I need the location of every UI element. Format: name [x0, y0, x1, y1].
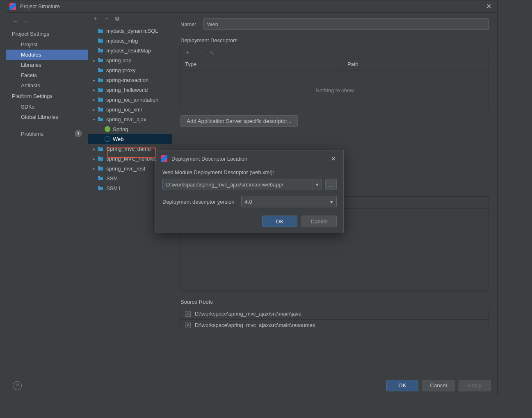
- folder-icon: [97, 166, 104, 171]
- problems-label: Problems: [21, 131, 43, 137]
- sidebar-item-libraries[interactable]: Libraries: [6, 60, 88, 70]
- dropdown-icon[interactable]: ▾: [313, 179, 322, 190]
- chevron-down-icon: ▾: [330, 199, 333, 205]
- browse-button[interactable]: …: [325, 179, 337, 190]
- tree-item-label: Spring_mvc_demo: [106, 146, 151, 152]
- version-select[interactable]: 4.0 ▾: [241, 196, 337, 207]
- checkbox-icon[interactable]: ✓: [185, 323, 191, 328]
- path-input[interactable]: [163, 179, 313, 190]
- tree-item[interactable]: ▸spring_ioc_xml: [88, 104, 172, 114]
- add-descriptor-button[interactable]: Add Application Server specific descript…: [180, 115, 298, 127]
- sidebar-item-facets[interactable]: Facets: [6, 70, 88, 80]
- tree-item[interactable]: mybatis_mbg: [88, 36, 172, 45]
- tree-item[interactable]: ▾spring_mvc_ajax: [88, 114, 172, 124]
- tree-item[interactable]: Web: [88, 134, 172, 144]
- source-roots-title: Source Roots: [180, 299, 489, 305]
- tree-item-label: spring_MVC_helloworld: [106, 156, 162, 162]
- help-icon[interactable]: ?: [13, 381, 22, 390]
- tree-item-label: SSM: [106, 175, 118, 182]
- tree-item[interactable]: ▸spring-aop: [88, 55, 172, 65]
- tree-item[interactable]: ▸spring-transaction: [88, 75, 172, 85]
- modal-body: Web Module Deployment Descriptor (web.xm…: [156, 167, 343, 233]
- col-type[interactable]: Type: [181, 59, 343, 70]
- folder-icon: [97, 97, 104, 102]
- folder-icon: [97, 38, 104, 43]
- tree-item-label: mybatis_resultMap: [106, 48, 151, 54]
- tree-item[interactable]: ▸spring_ioc_annotation: [88, 95, 172, 104]
- chevron-icon[interactable]: ▸: [91, 147, 97, 151]
- close-icon[interactable]: ✕: [484, 2, 494, 11]
- modal-footer: OK Cancel: [162, 216, 337, 227]
- source-root-item[interactable]: ✓ D:\workspace\spring_mvc_ajax\src\main\…: [180, 308, 489, 320]
- chevron-icon[interactable]: ▸: [91, 58, 97, 63]
- sidebar-item-project[interactable]: Project: [6, 39, 88, 50]
- sidebar-item-global-libraries[interactable]: Global Libraries: [6, 112, 88, 122]
- intellij-icon: [9, 3, 16, 10]
- tree-item-label: spring-transaction: [106, 77, 148, 83]
- tree-item[interactable]: Spring: [88, 124, 172, 134]
- col-path[interactable]: Path: [343, 59, 489, 70]
- name-row: Name:: [180, 18, 489, 30]
- path-combobox[interactable]: ▾: [162, 179, 322, 190]
- tree-item[interactable]: ▸spring_helloworld: [88, 85, 172, 95]
- copy-icon[interactable]: ⧉: [115, 15, 119, 22]
- sidebar-item-artifacts[interactable]: Artifacts: [6, 80, 88, 91]
- name-input[interactable]: [203, 18, 489, 30]
- path-row: ▾ …: [162, 179, 337, 190]
- source-root-item[interactable]: ✓ D:\workspace\spring_mvc_ajax\src\main\…: [180, 320, 489, 331]
- dd-empty: Nothing to show: [181, 70, 489, 110]
- tree-item-label: mybatis_dynamicSQL: [106, 28, 158, 34]
- dd-edit-icon[interactable]: ✎: [210, 50, 215, 56]
- cancel-button[interactable]: Cancel: [422, 380, 454, 391]
- sidebar-item-sdks[interactable]: SDKs: [6, 102, 88, 112]
- tree-item[interactable]: mybatis_resultMap: [88, 45, 172, 55]
- deployment-descriptors-title: Deployment Descriptors: [180, 37, 489, 43]
- dd-toolbar: ＋ － ✎: [180, 47, 489, 59]
- webxml-label: Web Module Deployment Descriptor (web.xm…: [162, 169, 337, 175]
- modal-close-icon[interactable]: ✕: [328, 154, 338, 164]
- sidebar-item-modules[interactable]: Modules: [6, 50, 88, 60]
- remove-icon[interactable]: －: [104, 15, 110, 23]
- source-roots-section: Source Roots ✓ D:\workspace\spring_mvc_a…: [180, 299, 489, 331]
- apply-button[interactable]: Apply: [459, 380, 491, 391]
- version-label: Deployment descriptor version: [162, 199, 235, 205]
- modal-title: Deployment Descriptor Location: [171, 156, 328, 162]
- add-icon[interactable]: ＋: [92, 15, 98, 23]
- folder-icon: [97, 28, 104, 34]
- tree-item-label: spring-aop: [106, 57, 131, 64]
- folder-icon: [97, 185, 104, 191]
- nav-arrows: ← →: [6, 14, 88, 28]
- tree-item-label: spring-proxy: [106, 67, 136, 73]
- folder-icon: [97, 57, 104, 63]
- back-arrow-icon[interactable]: ←: [13, 18, 18, 25]
- source-root-path: D:\workspace\spring_mvc_ajax\src\main\re…: [195, 322, 315, 328]
- sidebar-item-problems[interactable]: Problems 1: [6, 128, 88, 139]
- chevron-icon[interactable]: ▸: [91, 98, 97, 102]
- tree-item-label: spring_mvc_ajax: [106, 116, 146, 123]
- tree-item-label: spring_helloworld: [106, 87, 148, 93]
- folder-icon: [97, 146, 104, 152]
- checkbox-icon[interactable]: ✓: [185, 311, 191, 317]
- dd-remove-icon[interactable]: －: [197, 49, 203, 57]
- sidebar: ← → Project Settings Project Modules Lib…: [6, 13, 88, 376]
- section-platform-settings: Platform Settings: [6, 91, 88, 102]
- dd-table-header: Type Path: [181, 59, 489, 70]
- modal-cancel-button[interactable]: Cancel: [301, 216, 337, 227]
- dd-add-icon[interactable]: ＋: [185, 49, 191, 57]
- chevron-icon[interactable]: ▸: [91, 166, 97, 171]
- chevron-icon[interactable]: ▸: [91, 157, 97, 161]
- tree-item[interactable]: mybatis_dynamicSQL: [88, 26, 172, 36]
- folder-icon: [97, 175, 104, 181]
- chevron-icon[interactable]: ▾: [91, 117, 97, 122]
- forward-arrow-icon[interactable]: →: [23, 18, 29, 25]
- modal-ok-button[interactable]: OK: [262, 216, 297, 227]
- ok-button[interactable]: OK: [386, 380, 418, 391]
- deployment-descriptor-dialog: Deployment Descriptor Location ✕ Web Mod…: [155, 150, 344, 233]
- tree-item[interactable]: spring-proxy: [88, 65, 172, 75]
- folder-icon: [97, 116, 104, 122]
- chevron-icon[interactable]: ▸: [91, 88, 97, 92]
- tree-item-label: SSM1: [106, 185, 121, 191]
- folder-icon: [97, 156, 104, 161]
- chevron-icon[interactable]: ▸: [91, 78, 97, 82]
- chevron-icon[interactable]: ▸: [91, 107, 97, 112]
